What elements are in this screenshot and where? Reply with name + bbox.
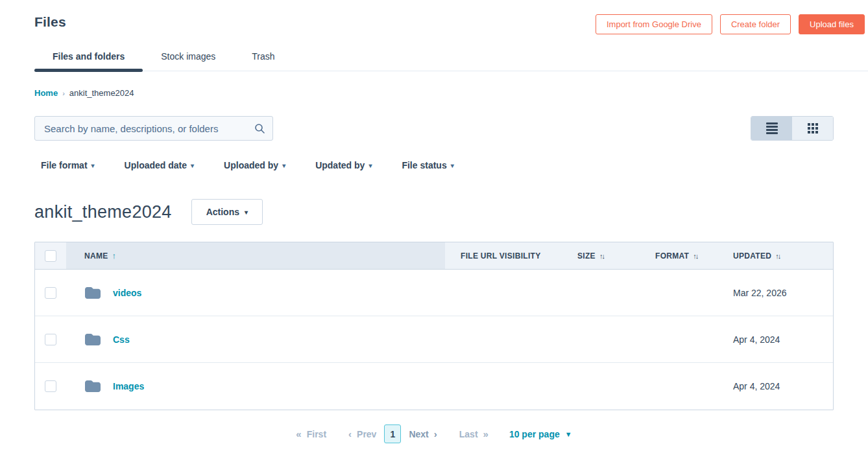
pagination: « First ‹ Prev 1 Next › Last » 10 per pa… [34, 424, 834, 443]
sort-icon: ↑↓ [775, 252, 780, 260]
folder-icon [84, 379, 101, 393]
filter-uploaded-date[interactable]: Uploaded date ▾ [125, 160, 195, 170]
tab-files-and-folders[interactable]: Files and folders [34, 51, 143, 71]
chevron-down-icon: ▼ [565, 430, 572, 438]
chevron-down-icon: ▾ [91, 162, 95, 169]
pagination-last-button[interactable]: Last » [459, 428, 488, 439]
chevron-left-icon: ‹ [348, 428, 352, 439]
filter-uploaded-by[interactable]: Uploaded by ▾ [224, 160, 285, 170]
files-app: Files Import from Google Drive Create fo… [0, 0, 868, 453]
table-row: Css Apr 4, 2024 [35, 316, 833, 363]
breadcrumb-separator-icon: › [62, 89, 65, 97]
double-chevron-right-icon: » [483, 428, 488, 439]
sort-icon: ↑↓ [693, 252, 697, 260]
tab-stock-images[interactable]: Stock images [143, 51, 234, 71]
chevron-down-icon: ▾ [368, 162, 372, 169]
tab-bar: Files and folders Stock images Trash [34, 51, 868, 71]
filter-bar: File format ▾ Uploaded date ▾ Uploaded b… [34, 160, 834, 170]
view-mode-toggle [751, 116, 834, 141]
search-icon [254, 123, 265, 134]
folder-link[interactable]: Css [113, 334, 130, 345]
files-table: NAME ↑ FILE URL VISIBILITY SIZE ↑↓ [34, 242, 834, 410]
column-header-size[interactable]: SIZE ↑↓ [577, 251, 604, 261]
breadcrumb: Home › ankit_theme2024 [34, 88, 834, 98]
table-row: Images Apr 4, 2024 [35, 363, 833, 410]
list-view-icon [766, 122, 778, 134]
import-google-drive-button[interactable]: Import from Google Drive [596, 14, 712, 34]
filter-updated-by[interactable]: Updated by ▾ [315, 160, 372, 170]
create-folder-button[interactable]: Create folder [720, 14, 791, 34]
folder-title-row: ankit_theme2024 Actions ▾ [34, 199, 834, 225]
breadcrumb-home-link[interactable]: Home [34, 88, 58, 98]
pagination-first-button[interactable]: « First [296, 428, 326, 439]
folder-icon [84, 286, 101, 300]
app-title: Files [34, 14, 66, 30]
row-checkbox[interactable] [45, 287, 56, 299]
cell-updated: Mar 22, 2026 [717, 288, 833, 298]
column-header-file-url-visibility: FILE URL VISIBILITY [461, 251, 541, 261]
grid-view-icon [808, 123, 818, 134]
cell-updated: Apr 4, 2024 [717, 381, 833, 391]
sort-ascending-icon: ↑ [112, 251, 117, 261]
table-header-row: NAME ↑ FILE URL VISIBILITY SIZE ↑↓ [35, 242, 833, 270]
row-checkbox[interactable] [45, 334, 56, 345]
column-header-updated[interactable]: UPDATED ↑↓ [733, 251, 780, 261]
per-page-select[interactable]: 10 per page ▼ [509, 429, 572, 439]
breadcrumb-current: ankit_theme2024 [69, 88, 134, 98]
chevron-down-icon: ▾ [191, 162, 194, 169]
grid-view-button[interactable] [792, 117, 833, 140]
pagination-prev-button[interactable]: ‹ Prev [348, 428, 376, 439]
chevron-down-icon: ▾ [282, 162, 285, 169]
select-all-checkbox[interactable] [45, 250, 56, 262]
pagination-next-button[interactable]: Next › [409, 428, 437, 439]
search-box [34, 116, 273, 141]
header-actions: Import from Google Drive Create folder U… [596, 14, 865, 34]
row-checkbox[interactable] [45, 380, 56, 392]
folder-icon [84, 332, 101, 347]
list-view-button[interactable] [751, 117, 792, 140]
column-header-name[interactable]: NAME ↑ [84, 251, 116, 261]
folder-link[interactable]: Images [113, 381, 144, 391]
search-toolbar [34, 116, 834, 141]
chevron-down-icon: ▾ [245, 209, 248, 216]
table-row: videos Mar 22, 2026 [35, 270, 833, 316]
chevron-down-icon: ▾ [451, 162, 454, 169]
sort-icon: ↑↓ [599, 252, 604, 260]
main-content: Home › ankit_theme2024 [0, 88, 868, 443]
upload-files-button[interactable]: Upload files [799, 14, 865, 34]
pagination-current-page: 1 [384, 424, 401, 443]
filter-file-format[interactable]: File format ▾ [41, 160, 95, 170]
folder-link[interactable]: videos [113, 288, 141, 298]
filter-file-status[interactable]: File status ▾ [402, 160, 453, 170]
chevron-right-icon: › [434, 428, 437, 439]
column-header-format[interactable]: FORMAT ↑↓ [655, 251, 697, 261]
page-header: Files Import from Google Drive Create fo… [0, 0, 868, 71]
tab-trash[interactable]: Trash [234, 51, 293, 71]
actions-button[interactable]: Actions ▾ [191, 199, 263, 225]
search-input[interactable] [44, 123, 254, 134]
cell-updated: Apr 4, 2024 [717, 334, 833, 345]
double-chevron-left-icon: « [296, 428, 301, 439]
page-title: ankit_theme2024 [34, 202, 172, 222]
